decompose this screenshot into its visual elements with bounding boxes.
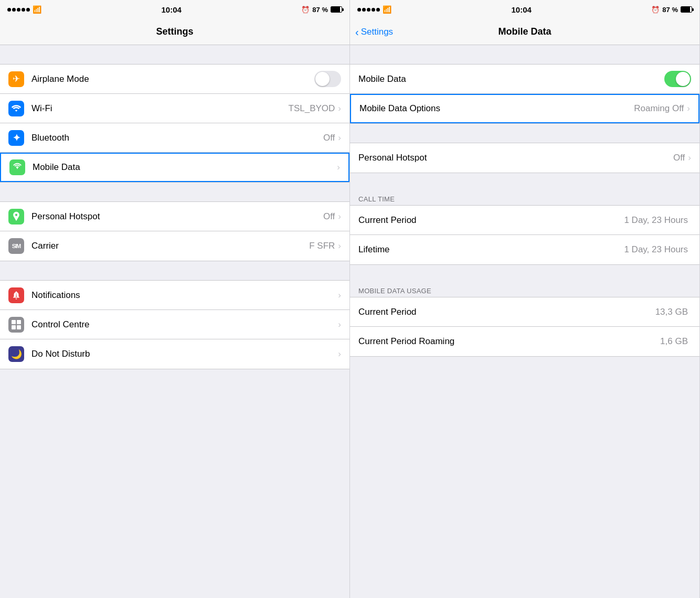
current-period-roaming-row: Current Period Roaming 1,6 GB [350, 327, 699, 356]
signal-dot-r1 [357, 8, 361, 12]
signal-dot-r2 [362, 8, 366, 12]
system-settings-group: Notifications › Control Centre › 🌙 Do No… [0, 280, 349, 369]
status-bar-right: 📶 10:04 ⏰ 87 % [350, 0, 699, 19]
carrier-settings-group: Personal Hotspot Off › SIM Carrier F SFR… [0, 201, 349, 261]
current-period-call-value: 1 Day, 23 Hours [624, 215, 688, 226]
notifications-chevron: › [338, 290, 341, 301]
network-settings-group: ✈ Airplane Mode Wi-Fi TSL_BYOD › ✦ Bluet… [0, 64, 349, 183]
alarm-icon-left: ⏰ [301, 6, 310, 14]
bluetooth-value: Off [323, 133, 335, 143]
mobile-data-options-label: Mobile Data Options [359, 103, 634, 114]
left-panel: 📶 10:04 ⏰ 87 % Settings ✈ Airplane Mode [0, 0, 350, 598]
section-gap-2 [0, 183, 349, 201]
mobile-data-options-row[interactable]: Mobile Data Options Roaming Off › [350, 94, 699, 123]
battery-fill-right [681, 7, 690, 12]
call-time-header: CALL TIME [350, 192, 699, 205]
section-gap-3 [0, 261, 349, 280]
personal-hotspot-right-value: Off [673, 153, 685, 163]
notifications-icon [8, 287, 24, 303]
nav-title-right: Mobile Data [498, 26, 551, 37]
lifetime-call-row: Lifetime 1 Day, 23 Hours [350, 235, 699, 264]
personal-hotspot-value: Off [323, 211, 335, 222]
battery-icon-right [681, 6, 692, 13]
nav-title-left: Settings [156, 26, 193, 37]
do-not-disturb-chevron: › [338, 349, 341, 359]
mobile-data-chevron: › [337, 162, 340, 173]
wifi-label: Wi-Fi [31, 103, 289, 114]
mobile-data-row[interactable]: Mobile Data › [0, 153, 349, 182]
do-not-disturb-row[interactable]: 🌙 Do Not Disturb › [0, 339, 349, 369]
signal-dot-r3 [367, 8, 370, 12]
battery-pct-right: 87 % [662, 6, 678, 14]
signal-dot-r4 [372, 8, 375, 12]
back-chevron-icon: ‹ [355, 27, 359, 37]
carrier-icon: SIM [8, 238, 24, 254]
control-centre-row[interactable]: Control Centre › [0, 310, 349, 339]
signal-dot-3 [17, 8, 20, 12]
bluetooth-label: Bluetooth [31, 133, 323, 143]
status-bar-left: 📶 10:04 ⏰ 87 % [0, 0, 349, 19]
airplane-mode-row[interactable]: ✈ Airplane Mode [0, 65, 349, 94]
section-gap-r2 [350, 124, 699, 143]
signal-strength [7, 8, 30, 12]
control-centre-chevron: › [338, 319, 341, 330]
status-right-right: ⏰ 87 % [651, 6, 692, 14]
call-time-group: Current Period 1 Day, 23 Hours Lifetime … [350, 205, 699, 265]
section-gap-r1 [350, 45, 699, 64]
nav-header-right: ‹ Settings Mobile Data [350, 19, 699, 45]
do-not-disturb-icon: 🌙 [8, 346, 24, 362]
bluetooth-icon: ✦ [8, 130, 24, 146]
bluetooth-chevron: › [338, 133, 341, 143]
ctrl-icon-inner [12, 320, 21, 329]
wifi-value: TSL_BYOD [289, 103, 335, 114]
current-period-call-row: Current Period 1 Day, 23 Hours [350, 206, 699, 235]
wifi-row[interactable]: Wi-Fi TSL_BYOD › [0, 94, 349, 123]
current-period-data-row: Current Period 13,3 GB [350, 297, 699, 327]
mobile-data-toggle-row[interactable]: Mobile Data [350, 65, 699, 94]
moon-icon: 🌙 [11, 349, 22, 360]
alarm-icon-right: ⏰ [651, 6, 660, 14]
carrier-label: Carrier [31, 241, 309, 251]
signal-dot-5 [26, 8, 30, 12]
personal-hotspot-right-chevron: › [688, 153, 691, 163]
notifications-row[interactable]: Notifications › [0, 281, 349, 310]
mobile-data-label: Mobile Data [33, 162, 337, 173]
personal-hotspot-right-label: Personal Hotspot [358, 153, 673, 163]
signal-dot-4 [22, 8, 25, 12]
battery-fill-left [331, 7, 340, 12]
mobile-data-toggle-label: Mobile Data [358, 74, 664, 84]
ctrl-cell-1 [12, 320, 16, 324]
section-gap-r4 [350, 265, 699, 284]
battery-icon-left [331, 6, 342, 13]
time-right: 10:04 [511, 5, 531, 14]
lifetime-call-label: Lifetime [358, 244, 624, 255]
carrier-row[interactable]: SIM Carrier F SFR › [0, 231, 349, 261]
hotspot-group-right: Personal Hotspot Off › [350, 143, 699, 173]
current-period-roaming-label: Current Period Roaming [358, 336, 660, 347]
signal-dot-2 [12, 8, 16, 12]
personal-hotspot-row[interactable]: Personal Hotspot Off › [0, 202, 349, 231]
signal-dot-r5 [376, 8, 380, 12]
airplane-toggle[interactable] [314, 71, 341, 87]
ctrl-cell-4 [17, 325, 21, 329]
status-right-left: ⏰ 87 % [301, 6, 342, 14]
personal-hotspot-label: Personal Hotspot [31, 211, 323, 222]
right-panel: 📶 10:04 ⏰ 87 % ‹ Settings Mobile Data Mo… [350, 0, 700, 598]
carrier-chevron: › [338, 241, 341, 251]
lifetime-call-value: 1 Day, 23 Hours [624, 244, 688, 255]
personal-hotspot-right-row[interactable]: Personal Hotspot Off › [350, 143, 699, 173]
wifi-status-icon: 📶 [33, 5, 41, 14]
personal-hotspot-chevron: › [338, 211, 341, 222]
status-left-right: 📶 [357, 5, 391, 14]
signal-dot-1 [7, 8, 11, 12]
ctrl-cell-2 [17, 320, 21, 324]
current-period-call-label: Current Period [358, 215, 624, 226]
carrier-value: F SFR [309, 241, 335, 251]
mobile-data-toggle[interactable] [664, 71, 691, 87]
current-period-roaming-value: 1,6 GB [660, 336, 688, 347]
mobile-data-icon [9, 159, 25, 175]
bluetooth-row[interactable]: ✦ Bluetooth Off › [0, 123, 349, 153]
back-button[interactable]: ‹ Settings [355, 27, 393, 37]
status-left: 📶 [7, 5, 41, 14]
time-left: 10:04 [161, 5, 181, 14]
